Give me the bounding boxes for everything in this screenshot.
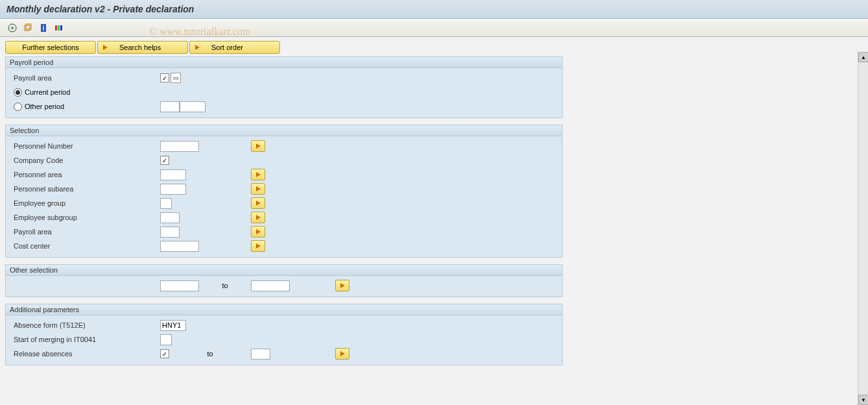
payroll-period-title: Payroll period (6, 57, 562, 68)
employee-subgroup-multi-button[interactable] (251, 212, 265, 223)
other-period-label: Other period (25, 103, 64, 110)
personnel-subarea-field[interactable] (160, 184, 186, 195)
other-period-field-1[interactable] (160, 101, 180, 112)
arrow-icon (256, 143, 261, 149)
payroll-area-search-help-icon[interactable]: ▭ (170, 73, 181, 83)
other-period-field-2[interactable] (180, 101, 205, 112)
other-selection-multi-button[interactable] (335, 280, 349, 291)
employee-group-multi-button[interactable] (251, 197, 265, 209)
current-period-radio[interactable] (14, 88, 22, 97)
other-selection-from-field[interactable] (160, 280, 199, 291)
arrow-icon (256, 201, 261, 206)
arrow-icon (256, 186, 261, 191)
personnel-subarea-label: Personnel subarea (11, 185, 160, 193)
personnel-area-multi-button[interactable] (251, 169, 265, 180)
company-code-label: Company Code (11, 156, 160, 164)
personnel-area-label: Personnel area (11, 171, 160, 178)
other-selection-group: Other selection to (5, 264, 563, 297)
arrow-icon (340, 351, 345, 356)
personnel-area-field[interactable] (160, 169, 186, 180)
search-helps-button[interactable]: Search helps (97, 41, 188, 54)
selection-title: Selection (6, 125, 562, 136)
release-absences-checkbox[interactable]: ✓ (160, 349, 169, 358)
arrow-icon (103, 45, 108, 50)
company-code-required-icon[interactable]: ✓ (160, 156, 169, 165)
payroll-area-required-icon[interactable]: ✓ (160, 73, 169, 82)
release-absences-label: Release absences (11, 350, 160, 358)
payroll-area-label: Payroll area (11, 74, 160, 82)
release-absences-multi-button[interactable] (335, 348, 349, 360)
vertical-scrollbar[interactable]: ▲ ▼ (858, 52, 868, 405)
svg-rect-3 (26, 24, 31, 29)
svg-rect-2 (25, 25, 30, 31)
further-selections-button[interactable]: Further selections (5, 41, 96, 54)
payroll-area-multi-button[interactable] (251, 226, 265, 238)
absence-form-field[interactable] (160, 320, 186, 331)
current-period-label: Current period (25, 88, 70, 96)
scroll-up-icon[interactable]: ▲ (858, 52, 868, 62)
personnel-number-multi-button[interactable] (251, 140, 265, 152)
arrow-icon (195, 45, 200, 50)
svg-text:i: i (43, 25, 45, 32)
app-toolbar: i (0, 19, 868, 37)
employee-group-field[interactable] (160, 198, 172, 209)
sort-order-label: Sort order (211, 43, 243, 51)
selection-group: Selection Personnel Number Company Code … (5, 125, 563, 258)
page-title: Monthly declaration v2 - Private declara… (0, 0, 868, 19)
employee-subgroup-label: Employee subgroup (11, 214, 160, 221)
arrow-icon (256, 229, 261, 234)
cost-center-multi-button[interactable] (251, 240, 265, 252)
arrow-icon (256, 243, 261, 249)
arrow-icon (340, 283, 345, 288)
employee-group-label: Employee group (11, 199, 160, 207)
personnel-number-field[interactable] (160, 141, 199, 152)
content-area: Further selections Search helps Sort ord… (0, 37, 868, 404)
arrow-icon (256, 172, 261, 177)
other-selection-title: Other selection (6, 265, 562, 276)
personnel-number-label: Personnel Number (11, 142, 160, 150)
svg-point-1 (11, 27, 14, 29)
svg-rect-8 (60, 25, 62, 31)
additional-parameters-title: Additional parameters (6, 304, 562, 315)
svg-rect-7 (58, 25, 60, 31)
payroll-area-sel-label: Payroll area (11, 228, 160, 236)
personnel-subarea-multi-button[interactable] (251, 183, 265, 195)
arrow-icon (256, 215, 261, 220)
abc-icon[interactable] (53, 22, 65, 34)
other-selection-to-field[interactable] (251, 280, 290, 291)
execute-icon[interactable] (6, 22, 18, 34)
other-period-radio[interactable] (14, 103, 22, 111)
payroll-area-sel-field[interactable] (160, 227, 180, 238)
other-selection-to-label: to (199, 282, 251, 289)
absence-form-label: Absence form (T512E) (11, 321, 160, 329)
cost-center-label: Cost center (11, 242, 160, 250)
additional-parameters-group: Additional parameters Absence form (T512… (5, 304, 563, 365)
release-absences-to-label: to (169, 350, 251, 358)
sort-order-button[interactable]: Sort order (189, 41, 280, 54)
svg-rect-6 (55, 25, 57, 31)
start-merging-field[interactable] (160, 334, 172, 345)
selection-button-row: Further selections Search helps Sort ord… (5, 41, 563, 54)
start-merging-label: Start of merging in IT0041 (11, 336, 160, 343)
release-absences-to-field[interactable] (251, 349, 270, 360)
info-icon[interactable]: i (38, 22, 49, 34)
employee-subgroup-field[interactable] (160, 212, 180, 223)
scroll-down-icon[interactable]: ▼ (858, 395, 868, 405)
cost-center-field[interactable] (160, 241, 199, 252)
search-helps-label: Search helps (119, 43, 161, 51)
payroll-period-group: Payroll period Payroll area ✓ ▭ Current … (5, 56, 563, 118)
variant-icon[interactable] (22, 22, 34, 34)
